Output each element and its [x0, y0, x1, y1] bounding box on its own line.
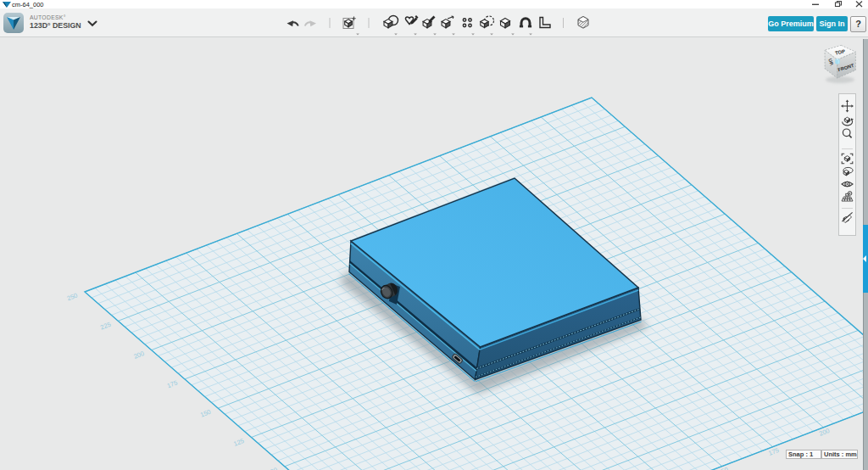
svg-text:125: 125 [232, 437, 245, 448]
svg-text:200: 200 [132, 350, 145, 361]
svg-text:175: 175 [166, 378, 179, 389]
svg-text:150: 150 [199, 408, 212, 419]
svg-text:250: 250 [66, 291, 79, 302]
svg-text:100: 100 [266, 466, 279, 470]
svg-text:225: 225 [99, 321, 112, 332]
